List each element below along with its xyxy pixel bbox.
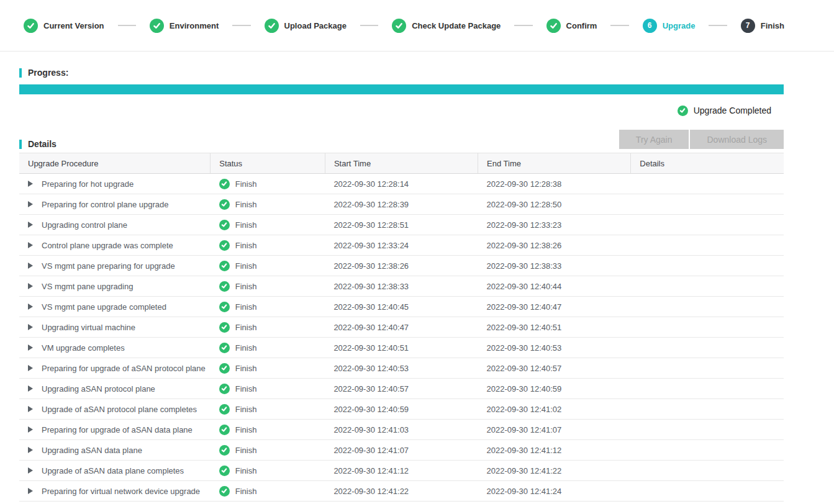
start-time-value: 2022-09-30 12:38:33 bbox=[325, 276, 478, 297]
details-value bbox=[631, 440, 784, 461]
start-time-value: 2022-09-30 12:41:12 bbox=[325, 461, 478, 481]
finish-check-icon bbox=[219, 384, 230, 394]
finish-check-icon bbox=[219, 466, 230, 476]
procedure-name: VS mgmt pane upgrade completed bbox=[42, 302, 166, 312]
procedure-name: Preparing for upgrade of aSAN data plane bbox=[42, 425, 193, 434]
step-state-icon: 7 bbox=[741, 19, 755, 33]
status-value: Finish bbox=[235, 487, 257, 496]
details-value bbox=[631, 317, 784, 338]
check-icon bbox=[27, 22, 35, 30]
status-value: Finish bbox=[235, 425, 257, 434]
col-header-start-time: Start Time bbox=[325, 153, 478, 174]
finish-check-icon bbox=[219, 179, 230, 189]
end-time-value: 2022-09-30 12:40:59 bbox=[478, 379, 631, 399]
start-time-value: 2022-09-30 12:40:51 bbox=[325, 338, 478, 358]
details-value bbox=[631, 215, 784, 235]
step-number: 7 bbox=[746, 21, 750, 30]
wizard-stepper: Current Version Environment Upload Packa… bbox=[0, 0, 834, 52]
end-time-value: 2022-09-30 12:28:50 bbox=[478, 194, 631, 215]
step-state-icon bbox=[150, 19, 164, 33]
check-icon bbox=[395, 22, 403, 30]
stepper-step-upgrade[interactable]: 6 Upgrade bbox=[643, 19, 696, 33]
stepper-step-current-version[interactable]: Current Version bbox=[24, 19, 104, 33]
details-value bbox=[631, 502, 784, 504]
expand-row-icon[interactable] bbox=[28, 488, 33, 494]
col-header-upgrade-procedure: Upgrade Procedure bbox=[19, 153, 211, 174]
step-label: Upload Package bbox=[284, 21, 347, 30]
procedure-name: Upgrade of aSAN data plane completes bbox=[42, 466, 184, 475]
details-value bbox=[631, 420, 784, 440]
details-value bbox=[631, 399, 784, 420]
table-row: VS mgmt pane preparing for upgrade Finis… bbox=[19, 256, 784, 276]
expand-row-icon[interactable] bbox=[28, 426, 33, 433]
procedure-name: Preparing for control plane upgrade bbox=[42, 200, 169, 209]
stepper-step-confirm[interactable]: Confirm bbox=[546, 19, 597, 33]
expand-row-icon[interactable] bbox=[28, 467, 33, 474]
expand-row-icon[interactable] bbox=[28, 222, 33, 228]
expand-row-icon[interactable] bbox=[28, 365, 33, 371]
end-time-value: 2022-09-30 12:41:02 bbox=[478, 399, 631, 420]
expand-row-icon[interactable] bbox=[28, 283, 33, 289]
procedure-name: Upgrading aSAN protocol plane bbox=[42, 384, 155, 394]
procedure-name: Control plane upgrade was complete bbox=[42, 241, 173, 250]
details-value bbox=[631, 481, 784, 502]
heading-accent-bar bbox=[19, 140, 22, 149]
step-state-icon bbox=[265, 19, 279, 33]
progress-section-heading: Progress: bbox=[19, 68, 784, 78]
table-row: VS mgmt pane upgrading Finish 2022-09-30… bbox=[19, 276, 784, 297]
table-row: Upgrading aSAN data plane Finish 2022-09… bbox=[19, 440, 784, 461]
end-time-value: 2022-09-30 12:40:44 bbox=[478, 276, 631, 297]
progress-heading-label: Progress: bbox=[28, 68, 68, 78]
table-row: VS mgmt pane upgrade completed Finish 20… bbox=[19, 297, 784, 317]
status-value: Finish bbox=[235, 343, 257, 353]
status-value: Finish bbox=[235, 200, 257, 209]
expand-row-icon[interactable] bbox=[28, 181, 33, 187]
step-connector-line bbox=[514, 25, 532, 26]
start-time-value: 2022-09-30 12:41:03 bbox=[325, 420, 478, 440]
details-value bbox=[631, 297, 784, 317]
table-row: Upgrade of aSAN data plane completes Fin… bbox=[19, 461, 784, 481]
details-value bbox=[631, 235, 784, 256]
details-value bbox=[631, 256, 784, 276]
table-header-row: Upgrade Procedure Status Start Time End … bbox=[19, 153, 784, 174]
stepper-step-finish[interactable]: 7 Finish bbox=[741, 19, 784, 33]
table-row: Preparing for upgrade of aSAN protocol p… bbox=[19, 358, 784, 379]
expand-row-icon[interactable] bbox=[28, 406, 33, 412]
start-time-value: 2022-09-30 12:38:26 bbox=[325, 256, 478, 276]
step-label: Environment bbox=[170, 21, 219, 30]
status-value: Finish bbox=[235, 179, 257, 189]
expand-row-icon[interactable] bbox=[28, 201, 33, 207]
expand-row-icon[interactable] bbox=[28, 263, 33, 269]
step-connector-line bbox=[232, 25, 250, 26]
procedure-name: Upgrade of aSAN protocol plane completes bbox=[42, 405, 197, 414]
stepper-step-environment[interactable]: Environment bbox=[150, 19, 219, 33]
status-value: Finish bbox=[235, 241, 257, 250]
upgrade-procedure-table: Upgrade Procedure Status Start Time End … bbox=[19, 153, 784, 504]
expand-row-icon[interactable] bbox=[28, 344, 33, 351]
expand-row-icon[interactable] bbox=[28, 385, 33, 392]
status-value: Finish bbox=[235, 364, 257, 373]
stepper-step-check-update-package[interactable]: Check Update Package bbox=[392, 19, 501, 33]
stepper-step-upload-package[interactable]: Upload Package bbox=[265, 19, 347, 33]
expand-row-icon[interactable] bbox=[28, 447, 33, 453]
download-logs-button[interactable]: Download Logs bbox=[690, 130, 784, 149]
step-label: Finish bbox=[761, 21, 784, 30]
end-time-value: 2022-09-30 12:38:33 bbox=[478, 256, 631, 276]
step-connector-line bbox=[118, 25, 136, 26]
details-value bbox=[631, 338, 784, 358]
col-header-end-time: End Time bbox=[478, 153, 631, 174]
procedure-name: Upgrading virtual machine bbox=[42, 323, 135, 332]
expand-row-icon[interactable] bbox=[28, 242, 33, 248]
expand-row-icon[interactable] bbox=[28, 324, 33, 330]
details-heading-label: Details bbox=[28, 139, 57, 149]
procedure-name: Preparing for upgrade of aSAN protocol p… bbox=[42, 364, 206, 373]
details-value bbox=[631, 194, 784, 215]
status-value: Finish bbox=[235, 282, 257, 291]
table-row: Upgrading aSAN protocol plane Finish 202… bbox=[19, 379, 784, 399]
start-time-value: 2022-09-30 12:40:47 bbox=[325, 317, 478, 338]
table-row: Preparing for upgrade of aSAN data plane… bbox=[19, 420, 784, 440]
step-state-icon: 6 bbox=[643, 19, 657, 33]
try-again-button[interactable]: Try Again bbox=[619, 130, 689, 149]
status-value: Finish bbox=[235, 466, 257, 475]
expand-row-icon[interactable] bbox=[28, 304, 33, 310]
